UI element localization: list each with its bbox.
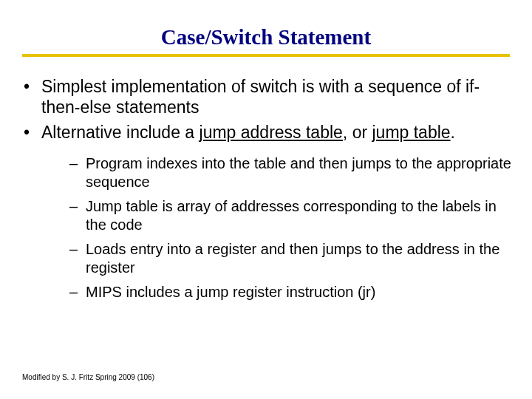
bullet-list: Simplest implementation of switch is wit… (19, 76, 513, 301)
bullet-text: Simplest implementation of switch is wit… (41, 77, 480, 117)
underlined-term: jump table (372, 123, 450, 142)
sub-bullet-text: Jump table is array of addresses corresp… (86, 198, 497, 233)
underlined-term: jump address table (200, 123, 343, 142)
bullet-text-post: . (451, 123, 455, 142)
sub-bullet-text: Loads entry into a register and then jum… (86, 241, 499, 276)
sub-bullet-text: MIPS includes a jump register instructio… (86, 284, 375, 300)
sub-bullet-item: Loads entry into a register and then jum… (66, 240, 513, 277)
bullet-item: Alternative include a jump address table… (19, 122, 513, 301)
title-wrap: Case/Switch Statement (0, 0, 532, 51)
sub-bullet-list: Program indexes into the table and then … (41, 154, 513, 301)
sub-bullet-item: Jump table is array of addresses corresp… (66, 197, 513, 234)
bullet-text-mid: , or (343, 123, 372, 142)
footer-text: Modified by S. J. Fritz Spring 2009 (106… (22, 373, 154, 381)
sub-bullet-text: Program indexes into the table and then … (86, 155, 511, 190)
sub-bullet-item: MIPS includes a jump register instructio… (66, 283, 513, 301)
bullet-item: Simplest implementation of switch is wit… (19, 76, 513, 117)
slide-body: Simplest implementation of switch is wit… (0, 57, 532, 301)
slide: Case/Switch Statement Simplest implement… (0, 0, 532, 399)
bullet-text-pre: Alternative include a (41, 123, 200, 142)
slide-title: Case/Switch Statement (157, 25, 375, 51)
sub-bullet-item: Program indexes into the table and then … (66, 154, 513, 191)
